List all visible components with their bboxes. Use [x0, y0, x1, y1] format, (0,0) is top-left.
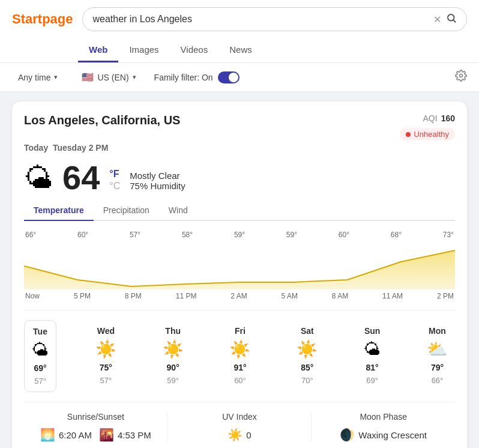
temp-unit-c[interactable]: °C [109, 181, 120, 192]
language-filter-label: US (EN) [97, 73, 128, 82]
filters-bar: Any time ▾ 🇺🇸 US (EN) ▾ Family filter: O… [0, 63, 479, 92]
time-filter-label: Any time [18, 73, 50, 82]
forecast-icon-thu: ☀️ [163, 339, 184, 359]
aqi-label: AQI [423, 114, 438, 123]
sunrise-sunset-title: Sunrise/Sunset [67, 412, 124, 422]
forecast-day-mon: Mon ⛅ 79° 66° [420, 320, 455, 392]
flag-icon: 🇺🇸 [82, 71, 94, 83]
moon-phase-title: Moon Phase [360, 412, 407, 422]
forecast-icon-tue: 🌤 [32, 340, 49, 360]
sunset-time: 4:53 PM [118, 430, 151, 440]
forecast-day-thu: Thu ☀️ 90° 59° [155, 320, 191, 392]
sunrise-sunset-values: 🌅 6:20 AM 🌇 4:53 PM [40, 428, 151, 442]
main-content: Los Angeles, California, US AQI 160 Unhe… [0, 92, 479, 448]
moon-icon: 🌒 [340, 428, 355, 442]
forecast-icon-fri: ☀️ [229, 339, 250, 359]
humidity-text: 75% Humidity [130, 181, 185, 191]
city-name: Los Angeles, California, US [24, 114, 180, 127]
family-filter-toggle[interactable] [218, 71, 240, 83]
svg-line-1 [453, 20, 455, 22]
status-badge: Unhealthy [400, 128, 455, 141]
settings-icon[interactable] [455, 70, 467, 85]
moon-phase-text: Waxing Crescent [358, 430, 427, 440]
moon-item: 🌒 Waxing Crescent [340, 428, 427, 442]
forecast-day-wed: Wed ☀️ 75° 57° [88, 320, 124, 392]
sunset-icon: 🌇 [99, 428, 114, 442]
forecast-icon-wed: ☀️ [95, 339, 116, 359]
date-label: Today [24, 143, 48, 153]
info-row: Sunrise/Sunset 🌅 6:20 AM 🌇 4:53 PM UV In… [24, 402, 455, 442]
chart-tabs: Temperature Precipitation Wind [24, 201, 455, 221]
nav-tabs: Web Images Videos News [78, 38, 467, 62]
date-row: Today Tuesday 2 PM [24, 143, 455, 153]
temp-unit-f[interactable]: °F [109, 169, 120, 180]
temperature-chart: 66° 60° 57° 58° 59° 59° 60° 68° 73° [24, 231, 455, 300]
temperature-value: 64 [62, 161, 100, 195]
forecast-day-fri: Fri ☀️ 91° 60° [222, 320, 258, 392]
uv-item: ☀️ 0 [227, 428, 251, 442]
clear-icon[interactable]: ✕ [433, 14, 441, 25]
uv-value: 0 [246, 430, 251, 440]
sunrise-time: 6:20 AM [59, 430, 92, 440]
aqi-value: 160 [441, 114, 455, 123]
date-value: Tuesday 2 PM [53, 143, 108, 153]
weather-description: Mostly Clear [130, 171, 185, 181]
temp-units: °F °C [109, 164, 120, 192]
family-filter-label: Family filter: On [154, 73, 213, 82]
uv-icon: ☀️ [227, 428, 243, 442]
moon-phase-section: Moon Phase 🌒 Waxing Crescent [312, 412, 455, 442]
status-dot [406, 132, 411, 137]
forecast-icon-mon: ⛅ [427, 339, 448, 359]
forecast-day-sat: Sat ☀️ 85° 70° [289, 320, 325, 392]
status-text: Unhealthy [414, 130, 449, 139]
tab-videos[interactable]: Videos [170, 38, 219, 62]
temp-labels: 66° 60° 57° 58° 59° 59° 60° 68° 73° [24, 231, 455, 239]
logo[interactable]: Startpage [12, 11, 73, 27]
time-filter-btn[interactable]: Any time ▾ [12, 70, 64, 85]
tab-web[interactable]: Web [78, 38, 118, 62]
tab-temperature[interactable]: Temperature [24, 201, 94, 221]
search-icon[interactable] [446, 13, 457, 26]
tab-news[interactable]: News [218, 38, 263, 62]
chevron-down-icon: ▾ [54, 73, 58, 81]
moon-values: 🌒 Waxing Crescent [340, 428, 427, 442]
forecast-icon-sat: ☀️ [297, 339, 318, 359]
sunrise-item: 🌅 6:20 AM [40, 428, 92, 442]
svg-point-2 [460, 74, 463, 77]
time-labels: Now 5 PM 8 PM 11 PM 2 AM 5 AM 8 AM 11 AM… [24, 292, 455, 300]
chart-svg [24, 241, 455, 289]
uv-values: ☀️ 0 [227, 428, 251, 442]
uv-index-section: UV Index ☀️ 0 [168, 412, 312, 442]
aqi-container: AQI 160 Unhealthy [400, 114, 455, 141]
uv-index-title: UV Index [222, 412, 257, 422]
search-input[interactable] [92, 14, 429, 25]
chevron-down-icon-2: ▾ [133, 73, 136, 81]
forecast-day-tue: Tue 🌤 69° 57° [24, 320, 56, 392]
weather-card: Los Angeles, California, US AQI 160 Unhe… [12, 101, 467, 448]
forecast-row: Tue 🌤 69° 57° Wed ☀️ 75° 57° Thu ☀️ 90° … [24, 310, 455, 392]
weather-header: Los Angeles, California, US AQI 160 Unhe… [24, 114, 455, 141]
tab-images[interactable]: Images [118, 38, 169, 62]
family-filter-toggle-container: Family filter: On [154, 71, 240, 83]
search-bar: ✕ [82, 7, 467, 31]
forecast-day-sun: Sun 🌤 81° 69° [357, 320, 388, 392]
temperature-row: 🌤 64 °F °C Mostly Clear 75% Humidity [24, 161, 455, 195]
language-filter-btn[interactable]: 🇺🇸 US (EN) ▾ [76, 69, 142, 85]
aqi-row: AQI 160 [423, 114, 455, 123]
sunrise-sunset-section: Sunrise/Sunset 🌅 6:20 AM 🌇 4:53 PM [24, 412, 168, 442]
forecast-icon-sun: 🌤 [364, 339, 381, 359]
tab-precipitation[interactable]: Precipitation [94, 201, 159, 221]
tab-wind[interactable]: Wind [159, 201, 197, 221]
current-weather-icon: 🌤 [24, 162, 53, 195]
sunrise-icon: 🌅 [40, 428, 55, 442]
sunset-item: 🌇 4:53 PM [99, 428, 151, 442]
temp-description: Mostly Clear 75% Humidity [130, 165, 185, 191]
